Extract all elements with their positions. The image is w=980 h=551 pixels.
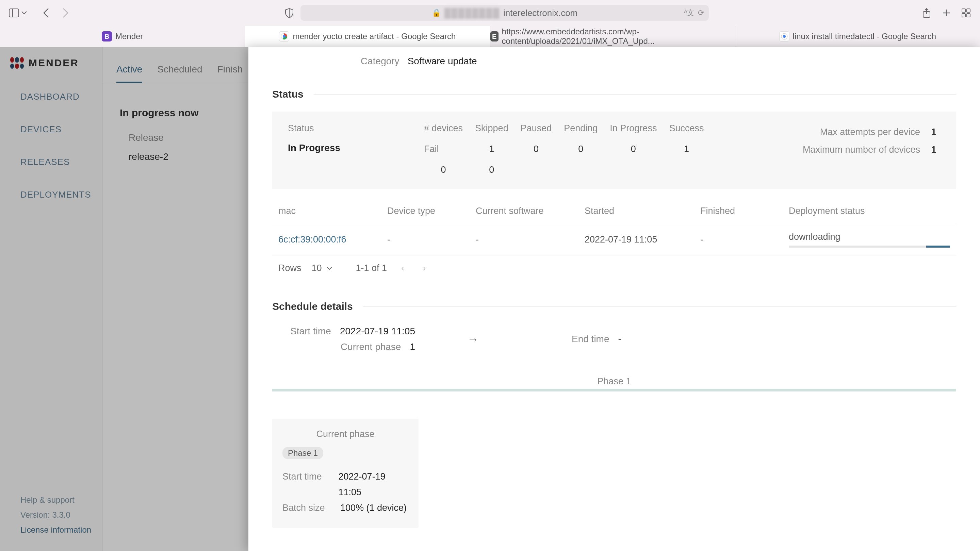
deployments-column: Active Scheduled Finish In progress now … [103, 47, 249, 551]
svg-rect-10 [967, 14, 970, 17]
chevron-down-icon[interactable] [18, 7, 30, 19]
pager-next-icon[interactable]: › [418, 263, 430, 273]
phase-chip: Phase 1 [282, 447, 323, 459]
logo-mark-icon [10, 57, 24, 69]
arrow-right-icon: → [436, 333, 511, 346]
browser-tab-3[interactable]: linux install timedatectl - Google Searc… [735, 26, 980, 47]
favicon-g-icon [779, 31, 789, 41]
deployment-status-cell: downloading [789, 232, 950, 248]
svg-rect-8 [967, 9, 970, 12]
status-key: Status [288, 123, 424, 134]
rows-per-page-select[interactable]: 10 [312, 263, 332, 273]
release-label: Release [103, 132, 249, 151]
license-link[interactable]: License information [21, 522, 102, 537]
new-tab-icon[interactable] [940, 7, 952, 19]
help-support-link[interactable]: Help & support [21, 492, 102, 508]
svg-rect-7 [962, 9, 966, 12]
status-counts: # devices Skipped Paused Pending In Prog… [424, 123, 777, 175]
schedule-title: Schedule details [272, 301, 353, 312]
url-domain: interelectronix.com [503, 8, 578, 18]
category-value: Software update [408, 56, 477, 67]
device-mac-link[interactable]: 6c:cf:39:00:00:f6 [278, 234, 387, 245]
subtab-finished[interactable]: Finish [218, 60, 243, 83]
chevron-down-icon [327, 267, 332, 270]
table-pager: Rows 10 1-1 of 1 ‹ › [278, 263, 956, 273]
current-phase-card: Current phase Phase 1 Start time2022-07-… [272, 419, 418, 528]
sidebar-toggle-icon[interactable] [8, 7, 20, 19]
nav-devices[interactable]: DEVICES [0, 113, 102, 146]
browser-tab-0[interactable]: BMender [0, 26, 245, 47]
browser-tab-1[interactable]: mender yocto create artifact - Google Se… [245, 26, 490, 47]
sidebar-footer: Help & support Version: 3.3.0 License in… [0, 492, 102, 551]
svg-point-12 [283, 35, 285, 38]
shield-icon[interactable] [283, 7, 295, 19]
svg-rect-0 [9, 9, 19, 17]
favicon-b-icon: B [102, 31, 112, 41]
subtab-active[interactable]: Active [116, 60, 142, 83]
version-text: Version: 3.3.0 [21, 508, 102, 522]
phase-track: Phase 1 [272, 376, 956, 392]
app-logo[interactable]: MENDER [0, 55, 102, 80]
reload-icon[interactable]: ⟳ [698, 8, 704, 17]
translate-icon[interactable]: ᴬ文 [684, 8, 695, 18]
subtab-scheduled[interactable]: Scheduled [157, 60, 202, 83]
url-blurred: ████████ [444, 8, 500, 18]
table-row[interactable]: 6c:cf:39:00:00:f6 - - 2022-07-19 11:05 -… [272, 224, 956, 256]
nav-deployments[interactable]: DEPLOYMENTS [0, 178, 102, 211]
devices-table: mac Device type Current software Started… [272, 198, 956, 256]
progress-bar [789, 246, 950, 248]
share-icon[interactable] [921, 7, 932, 19]
category-label: Category [361, 56, 399, 67]
webapp-area: MENDER DASHBOARD DEVICES RELEASES DEPLOY… [0, 47, 980, 551]
svg-point-14 [783, 35, 786, 38]
forward-icon[interactable] [60, 7, 72, 19]
safari-toolbar: 🔒 ████████ interelectronix.com ᴬ文 ⟳ [0, 0, 980, 26]
status-box: Status In Progress # devices Skipped Pau… [272, 111, 956, 189]
status-section-title: Status [272, 89, 304, 100]
nav-dashboard[interactable]: DASHBOARD [0, 80, 102, 113]
app-sidebar: MENDER DASHBOARD DEVICES RELEASES DEPLOY… [0, 47, 103, 551]
browser-tab-2[interactable]: Ehttps://www.embeddedartists.com/wp-cont… [490, 26, 735, 47]
nav-releases[interactable]: RELEASES [0, 146, 102, 178]
favicon-g-icon [279, 31, 289, 41]
release-value: release-2 [103, 151, 249, 162]
url-bar[interactable]: 🔒 ████████ interelectronix.com ᴬ文 ⟳ [301, 5, 709, 21]
tab-overview-icon[interactable] [960, 7, 972, 19]
deployment-detail-drawer: Category Software update Status Status I… [248, 47, 980, 551]
lock-icon: 🔒 [432, 8, 441, 17]
tab-strip: BMender mender yocto create artifact - G… [0, 26, 980, 47]
status-value: In Progress [288, 143, 424, 153]
svg-rect-9 [962, 14, 966, 17]
in-progress-heading: In progress now [103, 83, 249, 132]
favicon-e-icon: E [490, 31, 498, 41]
back-icon[interactable] [40, 7, 52, 19]
pager-prev-icon[interactable]: ‹ [397, 263, 408, 273]
